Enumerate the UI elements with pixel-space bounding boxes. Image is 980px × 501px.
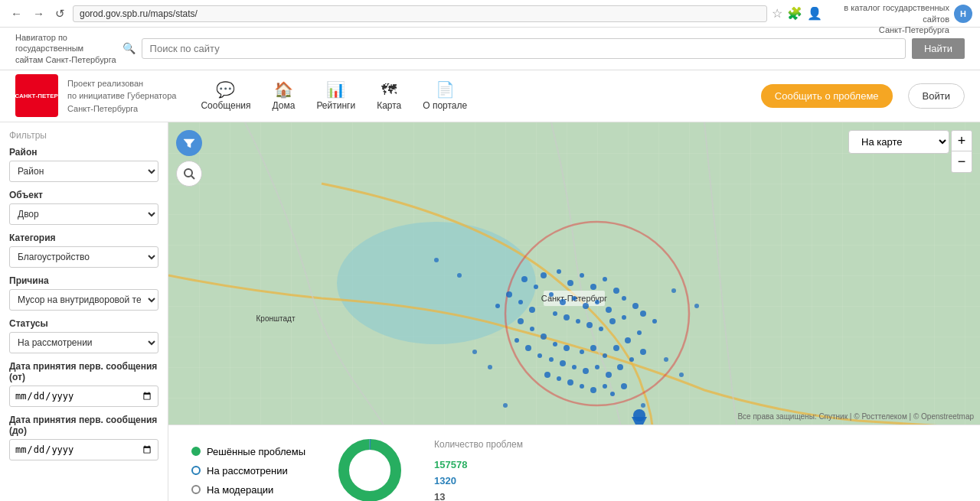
svg-point-72 [664,357,668,362]
svg-point-53 [617,364,623,370]
svg-point-61 [590,387,596,393]
svg-point-9 [590,284,596,290]
filter-object-select[interactable]: Двор [9,203,158,225]
legend-moderation: На модерации [191,484,305,496]
filter-date-to-input[interactable] [9,439,158,460]
filter-date-to-label: Дата принятия перв. сообщения (до) [9,415,158,436]
svg-point-66 [434,258,439,262]
svg-point-64 [610,392,615,396]
url-bar[interactable] [73,5,767,22]
svg-point-71 [488,365,492,369]
svg-point-38 [580,350,584,354]
bookmark-icon[interactable]: ☆ [772,6,782,21]
main-nav: 💬 Сообщения 🏠 Дома 📊 Рейтинги 🗺 Карта 📄 … [191,77,745,114]
svg-point-25 [586,322,593,328]
filter-status-select[interactable]: На рассмотрении [9,332,158,353]
svg-point-23 [564,314,570,320]
nav-portal-label: О портале [423,100,467,111]
search-button[interactable]: Найти [912,38,965,59]
svg-point-51 [606,372,612,378]
nav-map[interactable]: 🗺 Карта [368,78,410,114]
extensions-icon[interactable]: 🧩 [787,6,802,21]
svg-point-20 [622,296,626,301]
filter-status-label: Статусы [9,318,158,329]
svg-point-44 [637,330,642,335]
svg-point-11 [613,288,619,294]
nav-messages[interactable]: 💬 Сообщения [191,77,260,114]
search-input[interactable] [142,38,906,59]
review-dot [191,466,201,475]
svg-point-24 [576,319,580,324]
map-view-select: На карте Таблица Диаграмма [848,130,949,154]
filter-date-to: Дата принятия перв. сообщения (до) [9,415,158,460]
svg-rect-2 [544,291,605,306]
svg-point-7 [567,280,573,286]
search-map-button[interactable] [176,161,202,187]
zoom-in-button[interactable]: + [951,130,972,151]
zoom-out-button[interactable]: − [951,151,972,173]
nav-ratings[interactable]: 📊 Рейтинги [307,77,364,114]
browser-bar: ← → ↺ ☆ 🧩 👤 Этот сайт включён в каталог … [0,0,980,28]
forward-button[interactable]: → [30,5,47,21]
svg-point-65 [621,383,627,389]
svg-point-12 [549,292,554,297]
stats-panel: Решённые проблемы На рассмотрении На мод… [168,425,980,501]
svg-point-30 [518,300,523,304]
filter-district-select[interactable]: Район [9,161,158,182]
nav-ratings-label: Рейтинги [316,100,355,111]
svg-point-1 [505,222,689,405]
svg-point-42 [530,327,534,331]
map-view-dropdown[interactable]: На карте Таблица Диаграмма [848,130,949,154]
svg-point-13 [560,299,566,305]
reload-button[interactable]: ↺ [52,5,68,22]
svg-point-50 [595,365,599,369]
logo-area: НАШ САНКТ- ПЕТЕРБУРГ Проект реализован п… [15,74,176,117]
stat-solved: 157578 [434,459,523,470]
login-button[interactable]: Войти [908,83,965,109]
map-copyright: Все права защищены: Спутник | © Росттеле… [737,412,974,421]
portal-icon: 📄 [436,80,455,99]
svg-point-47 [560,360,566,366]
svg-point-29 [529,307,535,313]
map-container: Санкт-Петербург Кронштадт [168,122,980,501]
back-button[interactable]: ← [8,5,25,21]
logo: НАШ САНКТ- ПЕТЕРБУРГ [15,74,58,117]
svg-point-58 [557,376,561,381]
ratings-icon: 📊 [326,80,345,99]
svg-point-67 [457,273,462,278]
svg-point-37 [564,345,570,351]
svg-point-39 [590,345,596,351]
filter-reason: Причина Мусор на внутридворовой терр... [9,275,158,311]
nav-messages-label: Сообщения [201,100,250,111]
filter-date-from-input[interactable] [9,386,158,407]
svg-point-19 [521,276,528,282]
svg-point-45 [518,318,524,324]
solved-dot [191,447,201,456]
nav-map-label: Карта [377,100,401,111]
svg-line-78 [191,176,194,179]
svg-point-0 [337,222,536,344]
messages-icon: 💬 [216,80,235,99]
zoom-controls: + − [951,130,972,173]
moderation-dot [191,485,201,494]
svg-text:Санкт-Петербург: Санкт-Петербург [541,294,607,303]
svg-point-31 [506,291,512,298]
avatar[interactable]: Н [954,5,972,23]
filter-reason-select[interactable]: Мусор на внутридворовой терр... [9,289,158,311]
filter-category-select[interactable]: Благоустройство [9,246,158,268]
sidebar: Фильтры Район Район Объект Двор Категори… [0,122,168,501]
map-controls [176,130,202,187]
svg-point-35 [541,333,547,340]
report-button[interactable]: Сообщить о проблеме [761,84,893,108]
stats-numbers: Количество проблем 157578 1320 13 [434,439,523,501]
nav-portal[interactable]: 📄 О портале [413,77,476,114]
nav-houses[interactable]: 🏠 Дома [263,77,305,114]
svg-point-14 [572,296,577,301]
profile-icon[interactable]: 👤 [807,6,822,21]
svg-point-63 [544,372,550,378]
main-layout: Фильтры Район Район Объект Двор Категори… [0,122,980,501]
svg-point-75 [641,403,645,408]
stat-moderation: 13 [434,491,523,501]
svg-point-62 [603,384,607,389]
filter-map-button[interactable] [176,130,202,156]
